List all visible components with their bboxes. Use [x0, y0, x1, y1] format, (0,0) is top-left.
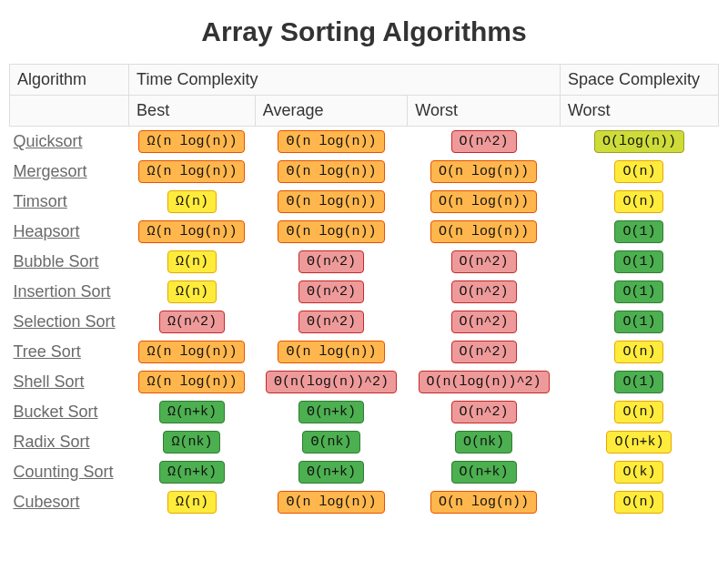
algorithm-link[interactable]: Bucket Sort: [14, 403, 98, 421]
table-row: Insertion SortΩ(n)Θ(n^2)O(n^2)O(1): [10, 277, 719, 307]
algorithm-cell: Quicksort: [10, 127, 129, 158]
complexity-badge: O(n): [614, 491, 663, 514]
header-average: Average: [255, 96, 408, 127]
best-cell: Ω(n log(n)): [129, 367, 256, 397]
algorithm-cell: Radix Sort: [10, 427, 129, 457]
complexity-badge: Θ(n(log(n))^2): [266, 371, 397, 393]
algorithm-cell: Bubble Sort: [10, 247, 129, 277]
space-cell: O(n): [560, 337, 718, 367]
worst-cell: O(n log(n)): [408, 487, 561, 517]
complexity-badge: Ω(n): [167, 491, 217, 514]
average-cell: Θ(n^2): [255, 247, 408, 277]
complexity-badge: Ω(n log(n)): [138, 130, 245, 153]
complexity-badge: O(n log(n)): [430, 491, 537, 514]
complexity-badge: O(n^2): [451, 341, 517, 363]
space-cell: O(k): [560, 457, 718, 487]
algorithm-link[interactable]: Mergesort: [14, 162, 87, 180]
algorithm-link[interactable]: Cubesort: [14, 493, 80, 511]
complexity-badge: O(log(n)): [594, 130, 684, 153]
complexity-badge: Ω(nk): [163, 431, 220, 454]
table-row: Bucket SortΩ(n+k)Θ(n+k)O(n^2)O(n): [10, 397, 719, 427]
complexity-badge: Ω(n): [167, 190, 217, 213]
algorithm-link[interactable]: Radix Sort: [14, 433, 90, 451]
header-time: Time Complexity: [129, 65, 561, 96]
complexity-badge: Θ(n log(n)): [278, 341, 384, 363]
complexity-badge: Θ(n log(n)): [278, 130, 384, 153]
average-cell: Θ(n+k): [255, 457, 408, 487]
best-cell: Ω(n): [129, 247, 256, 277]
algorithm-cell: Shell Sort: [10, 367, 129, 397]
algorithm-cell: Cubesort: [10, 487, 129, 517]
complexity-badge: Ω(n log(n)): [138, 371, 245, 393]
algorithm-link[interactable]: Timsort: [14, 192, 67, 210]
best-cell: Ω(n): [129, 277, 256, 307]
worst-cell: O(n log(n)): [408, 157, 561, 187]
complexity-badge: O(n^2): [451, 130, 517, 153]
complexity-badge: O(n log(n)): [430, 160, 537, 183]
average-cell: Θ(n log(n)): [255, 157, 408, 187]
average-cell: Θ(n log(n)): [255, 487, 408, 517]
algorithm-link[interactable]: Selection Sort: [14, 312, 116, 331]
table-row: TimsortΩ(n)Θ(n log(n))O(n log(n))O(n): [10, 187, 719, 217]
space-cell: O(n): [560, 487, 718, 517]
table-row: HeapsortΩ(n log(n))Θ(n log(n))O(n log(n)…: [10, 217, 719, 247]
complexity-badge: O(k): [614, 461, 663, 484]
complexity-badge: O(n^2): [451, 250, 517, 273]
algorithm-link[interactable]: Tree Sort: [14, 342, 81, 361]
average-cell: Θ(n^2): [255, 277, 408, 307]
space-cell: O(1): [560, 307, 718, 337]
space-cell: O(1): [560, 367, 718, 397]
average-cell: Θ(n log(n)): [255, 127, 408, 158]
worst-cell: O(n^2): [408, 277, 561, 307]
average-cell: Θ(n log(n)): [255, 187, 408, 217]
algorithm-cell: Mergesort: [10, 157, 129, 187]
complexity-badge: O(n): [614, 160, 663, 183]
complexity-badge: O(1): [614, 220, 663, 243]
worst-cell: O(n^2): [408, 337, 561, 367]
table-row: Bubble SortΩ(n)Θ(n^2)O(n^2)O(1): [10, 247, 719, 277]
algorithm-link[interactable]: Bubble Sort: [14, 252, 99, 270]
complexity-badge: O(1): [614, 371, 663, 393]
space-cell: O(n): [560, 187, 718, 217]
table-row: Tree SortΩ(n log(n))Θ(n log(n))O(n^2)O(n…: [10, 337, 719, 367]
algorithm-link[interactable]: Counting Sort: [14, 463, 114, 481]
complexity-badge: Ω(n log(n)): [138, 160, 245, 183]
header-blank: [10, 96, 129, 127]
complexity-badge: O(n log(n)): [430, 220, 537, 243]
worst-cell: O(n^2): [408, 397, 561, 427]
complexity-badge: Ω(n^2): [159, 311, 225, 333]
space-cell: O(n): [560, 397, 718, 427]
best-cell: Ω(n log(n)): [129, 217, 256, 247]
worst-cell: O(n^2): [408, 247, 561, 277]
space-cell: O(1): [560, 277, 718, 307]
complexity-badge: O(1): [614, 311, 663, 333]
complexity-badge: Ω(n+k): [159, 461, 225, 484]
algorithm-link[interactable]: Shell Sort: [14, 372, 85, 391]
space-cell: O(n): [560, 157, 718, 187]
space-cell: O(log(n)): [560, 127, 718, 158]
complexity-badge: Θ(n log(n)): [278, 220, 384, 243]
average-cell: Θ(n^2): [255, 307, 408, 337]
worst-cell: O(nk): [408, 427, 561, 457]
space-cell: O(1): [560, 247, 718, 277]
algorithm-cell: Selection Sort: [10, 307, 129, 337]
header-best: Best: [129, 96, 256, 127]
algorithm-link[interactable]: Quicksort: [14, 132, 83, 150]
page-title: Array Sorting Algorithms: [9, 16, 719, 47]
best-cell: Ω(n^2): [129, 307, 256, 337]
best-cell: Ω(n log(n)): [129, 127, 256, 158]
algorithm-cell: Insertion Sort: [10, 277, 129, 307]
average-cell: Θ(nk): [255, 427, 408, 457]
algorithm-link[interactable]: Heapsort: [14, 222, 80, 240]
complexity-badge: O(1): [614, 280, 663, 303]
worst-cell: O(n log(n)): [408, 187, 561, 217]
complexity-badge: Ω(n): [167, 280, 217, 303]
table-row: Counting SortΩ(n+k)Θ(n+k)O(n+k)O(k): [10, 457, 719, 487]
best-cell: Ω(n+k): [129, 457, 256, 487]
complexity-badge: O(n): [614, 190, 663, 213]
complexity-badge: O(n^2): [451, 401, 517, 423]
algorithm-link[interactable]: Insertion Sort: [14, 282, 111, 301]
header-space-worst: Worst: [560, 96, 718, 127]
average-cell: Θ(n log(n)): [255, 217, 408, 247]
complexity-badge: O(1): [614, 250, 663, 273]
